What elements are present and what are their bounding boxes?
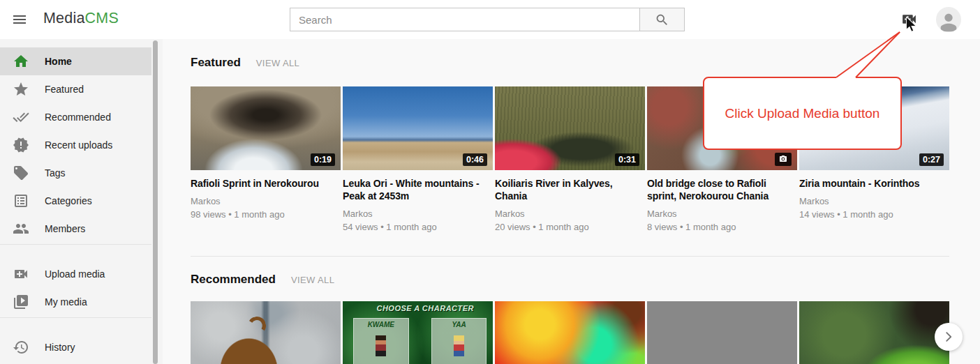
sidebar-item-members[interactable]: Members [0, 215, 151, 243]
media-card[interactable] [647, 301, 797, 364]
video-meta: 98 views • 1 month ago [191, 208, 341, 220]
video-thumbnail-leaves[interactable] [799, 301, 949, 364]
new-releases-icon [13, 137, 29, 153]
video-title[interactable]: Old bridge close to Rafioli sprint, Nero… [647, 177, 797, 202]
game-character-name: KWAME [354, 321, 408, 328]
members-icon [13, 220, 29, 237]
media-card[interactable] [495, 301, 645, 364]
sidebar-nav: Home Featured Recommended Recent uploads… [0, 39, 163, 364]
sidebar-item-label: Upload media [45, 268, 105, 280]
sidebar-item-label: Recent uploads [45, 139, 112, 151]
card-text: Koiliaris River in Kalyves, Chania Marko… [495, 177, 645, 240]
top-bar: MediaCMS [0, 0, 980, 39]
card-text: Rafioli Sprint in Nerokourou Markos 98 v… [191, 177, 341, 240]
video-author[interactable]: Markos [343, 208, 493, 220]
pumpkin-body [214, 332, 283, 364]
media-card[interactable]: CHOOSE A CHARACTER KWAME YAA Selected Se… [343, 301, 493, 364]
video-meta: 14 views • 1 month ago [799, 208, 949, 220]
sidebar-item-home[interactable]: Home [0, 47, 151, 75]
sidebar-item-my-media[interactable]: My media [0, 288, 151, 316]
media-card[interactable] [799, 301, 949, 364]
sidebar-item-categories[interactable]: Categories [0, 187, 151, 215]
duration-badge: 0:31 [615, 153, 639, 166]
view-all-link[interactable]: VIEW ALL [256, 58, 299, 68]
video-thumbnail-leuka-ori[interactable]: 0:46 [343, 86, 493, 170]
history-icon [13, 339, 29, 356]
section-title: Featured [191, 56, 241, 70]
search-button[interactable] [639, 8, 684, 31]
video-thumbnail-pumpkin[interactable] [191, 301, 341, 364]
game-panel-left: KWAME [353, 318, 409, 364]
duration-badge: 0:27 [919, 153, 944, 166]
sidebar-item-label: Featured [45, 84, 84, 95]
tag-icon [13, 165, 29, 181]
video-title[interactable]: Leuka Ori - White mountains - Peak at 24… [343, 177, 493, 202]
cards-row: CHOOSE A CHARACTER KWAME YAA Selected Se… [191, 301, 949, 364]
media-card[interactable] [191, 301, 341, 364]
card-text: Ziria mountain - Korinthos Markos 14 vie… [799, 177, 949, 240]
sidebar-item-recent-uploads[interactable]: Recent uploads [0, 131, 151, 159]
logo-text-media: Media [43, 10, 85, 26]
video-title[interactable]: Rafioli Sprint in Nerokourou [191, 177, 341, 190]
sidebar-item-label: Tags [45, 167, 66, 179]
carousel-next-button[interactable] [935, 323, 963, 351]
video-meta: 54 views • 1 month ago [343, 221, 493, 233]
video-author[interactable]: Markos [191, 195, 341, 207]
video-thumbnail-colorful[interactable] [495, 301, 645, 364]
annotation-text: Click Upload Media button [725, 106, 880, 121]
video-title[interactable]: Ziria mountain - Korinthos [799, 177, 949, 190]
video-author[interactable]: Markos [799, 195, 949, 207]
duration-badge: 0:46 [463, 153, 487, 166]
done-all-icon [13, 109, 29, 126]
search-bar [290, 8, 685, 31]
media-card[interactable]: 0:46 Leuka Ori - White mountains - Peak … [343, 86, 493, 240]
video-thumbnail-game[interactable]: CHOOSE A CHARACTER KWAME YAA Selected Se… [343, 301, 493, 364]
video-meta: 20 views • 1 month ago [495, 221, 645, 233]
search-input[interactable] [290, 8, 639, 31]
view-all-link[interactable]: VIEW ALL [291, 275, 334, 285]
sidebar-item-recommended[interactable]: Recommended [0, 103, 151, 131]
logo-text-cms: CMS [85, 10, 119, 26]
camera-icon [778, 155, 788, 163]
categories-icon [13, 192, 29, 209]
game-character-sprite [376, 335, 386, 356]
video-thumbnail-mountain[interactable] [647, 301, 797, 364]
card-text: Leuka Ori - White mountains - Peak at 24… [343, 177, 493, 240]
media-card[interactable]: 0:31 Koiliaris River in Kalyves, Chania … [495, 86, 645, 240]
game-heading-text: CHOOSE A CHARACTER [358, 304, 493, 312]
game-character-name: YAA [432, 321, 487, 328]
mouse-cursor-icon [906, 17, 917, 33]
sidebar-item-label: My media [45, 296, 87, 308]
section-title: Recommended [191, 273, 276, 287]
video-author[interactable]: Markos [647, 208, 797, 220]
sidebar-scrollbar-thumb[interactable] [153, 40, 158, 364]
video-thumbnail-koiliaris[interactable]: 0:31 [495, 86, 645, 170]
sidebar-item-featured[interactable]: Featured [0, 75, 151, 103]
user-avatar-button[interactable] [936, 7, 961, 32]
video-meta: 8 views • 1 month ago [647, 221, 797, 233]
upload-media-icon [13, 266, 29, 282]
sidebar-item-label: Home [45, 56, 72, 67]
media-card[interactable]: 0:19 Rafioli Sprint in Nerokourou Markos… [191, 86, 341, 240]
image-type-badge [775, 153, 792, 166]
video-thumbnail-waterfall[interactable]: 0:19 [191, 86, 341, 170]
home-icon [13, 53, 29, 70]
annotation-callout: Click Upload Media button [703, 77, 902, 150]
video-title[interactable]: Koiliaris River in Kalyves, Chania [495, 177, 645, 202]
card-text: Old bridge close to Rafioli sprint, Nero… [647, 177, 797, 240]
sidebar-item-history[interactable]: History [0, 333, 151, 361]
star-icon [13, 81, 29, 98]
mediacms-logo[interactable]: MediaCMS [43, 10, 119, 27]
duration-badge: 0:19 [311, 153, 335, 166]
sidebar-item-upload-media[interactable]: Upload media [0, 260, 151, 288]
sidebar-divider [0, 244, 151, 245]
sidebar-item-tags[interactable]: Tags [0, 159, 151, 187]
menu-icon [13, 15, 26, 24]
hamburger-menu-button[interactable] [10, 11, 29, 28]
game-panel-right: YAA [431, 318, 487, 364]
sidebar-item-label: Recommended [45, 112, 111, 123]
video-author[interactable]: Markos [495, 208, 645, 220]
chevron-right-icon [941, 329, 956, 344]
my-media-icon [13, 294, 29, 310]
game-character-sprite [454, 335, 464, 356]
